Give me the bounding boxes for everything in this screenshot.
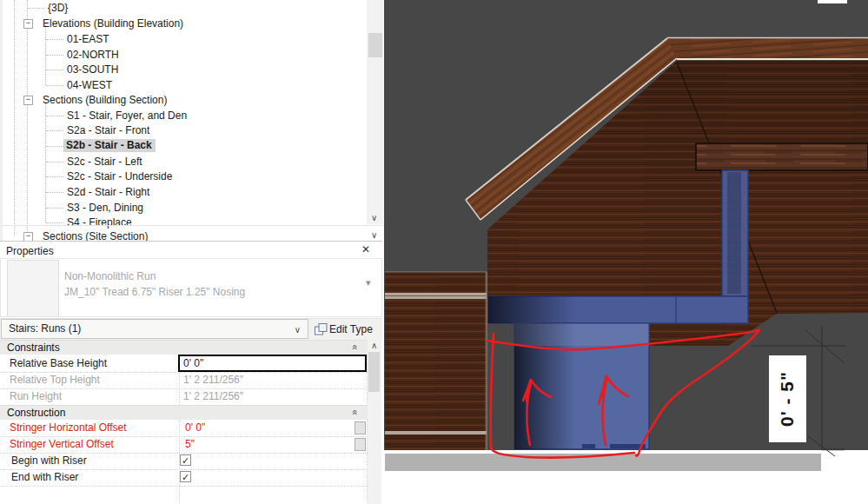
- collapse-section-icon[interactable]: «: [350, 344, 360, 349]
- checkbox-checked[interactable]: ✓: [180, 454, 191, 466]
- param-label: Stringer Horizontal Offset: [10, 421, 127, 434]
- browser-item-01-east[interactable]: 01-EAST: [67, 32, 109, 46]
- param-value[interactable]: 0' 0": [185, 421, 205, 434]
- tree-guide-line: [46, 192, 63, 193]
- wall-siding: [385, 272, 487, 450]
- browser-item-s1[interactable]: S1 - Stair, Foyer, and Den: [67, 109, 187, 123]
- properties-panel: Properties ✕ Non-Monolithic Run JM_10" T…: [0, 241, 382, 504]
- param-label: Stringer Vertical Offset: [10, 438, 114, 450]
- param-label: Begin with Riser: [11, 454, 87, 467]
- browser-item-02-north[interactable]: 02-NORTH: [67, 48, 119, 62]
- browser-item-04-west[interactable]: 04-WEST: [67, 78, 112, 92]
- param-label: Relative Base Height: [10, 357, 107, 369]
- scroll-up-icon[interactable]: ∧: [371, 342, 377, 350]
- grid-line: [0, 388, 368, 389]
- scroll-down-icon[interactable]: ∨: [371, 214, 377, 222]
- scrollbar-thumb[interactable]: [368, 33, 382, 57]
- param-value: 1' 2 211/256": [183, 390, 243, 402]
- browser-item-03-south[interactable]: 03-SOUTH: [67, 63, 118, 76]
- browser-item-sections-site[interactable]: Sections (Site Section): [43, 229, 148, 241]
- browser-item-elevations[interactable]: Elevations (Building Elevation): [43, 17, 183, 30]
- browser-item-3d[interactable]: {3D}: [48, 1, 68, 15]
- edit-type-label: Edit Type: [329, 323, 373, 335]
- tree-guide-line: [46, 146, 63, 147]
- tree-guide-line: [46, 162, 63, 162]
- edit-type-button[interactable]: Edit Type: [312, 320, 381, 339]
- browser-item-s3[interactable]: S3 - Den, Dining: [67, 201, 143, 215]
- tree-guide-line: [28, 8, 43, 9]
- type-name: Non-Monolithic Run: [64, 270, 156, 282]
- grid-line: [179, 372, 180, 405]
- wood-beam: [696, 143, 868, 170]
- tree-guide-line: [27, 0, 28, 233]
- browser-item-s4[interactable]: S4 - Fireplace: [67, 216, 132, 229]
- tree-guide-line: [14, 0, 15, 236]
- scrollbar-thumb[interactable]: [368, 352, 380, 392]
- checkbox-checked[interactable]: ✓: [180, 471, 191, 482]
- param-value-input[interactable]: 0' 0": [178, 355, 367, 372]
- collapse-toggle-icon[interactable]: −: [23, 19, 33, 29]
- grid-line: [0, 453, 368, 454]
- browser-item-s2c-underside[interactable]: S2c - Stair - Underside: [67, 169, 172, 183]
- edit-type-icon: [314, 322, 328, 340]
- revit-window: − − − {3D} Elevations (Building Elevatio…: [0, 0, 868, 504]
- browser-item-s2c-left[interactable]: S2c - Stair - Left: [67, 155, 142, 169]
- tree-guide-line: [46, 208, 63, 209]
- chevron-down-icon[interactable]: ▾: [366, 277, 371, 288]
- browser-item-s2b-selected[interactable]: S2b - Stair - Back: [63, 138, 156, 152]
- project-browser: − − − {3D} Elevations (Building Elevatio…: [0, 0, 385, 241]
- param-side-button[interactable]: [354, 438, 366, 451]
- type-description: JM_10" Tread 6.75" Riser 1.25" Nosing: [64, 286, 245, 298]
- tree-guide-line: [46, 116, 63, 116]
- scroll-down-icon[interactable]: ∨: [371, 231, 377, 240]
- section-header-constraints[interactable]: Constraints: [0, 340, 368, 355]
- 3d-view[interactable]: 0' - 5": [383, 0, 868, 504]
- 3d-view-canvas: 0' - 5": [383, 0, 868, 504]
- filter-label: Stairs: Runs (1): [9, 322, 81, 335]
- tree-guide-line: [46, 39, 63, 40]
- collapse-section-icon[interactable]: «: [350, 409, 360, 414]
- collapse-toggle-icon[interactable]: −: [23, 232, 33, 241]
- grid-line: [0, 372, 368, 373]
- grid-line: [0, 486, 368, 487]
- browser-item-s2a[interactable]: S2a - Stair - Front: [67, 123, 149, 137]
- divider: [3, 225, 385, 226]
- panel-title: Properties: [6, 245, 54, 257]
- browser-item-sections-building[interactable]: Sections (Building Section): [43, 93, 167, 107]
- grid-line: [179, 420, 180, 503]
- dimension-text: 0' - 5": [777, 371, 797, 427]
- section-header-construction[interactable]: Construction: [0, 405, 368, 420]
- grid-line: [0, 469, 368, 470]
- chevron-down-icon: ∨: [295, 326, 301, 335]
- param-label: End with Riser: [11, 471, 78, 483]
- tree-guide-line: [46, 85, 63, 86]
- param-side-button[interactable]: [354, 421, 366, 434]
- param-value[interactable]: 5": [185, 438, 195, 450]
- collapse-toggle-icon[interactable]: −: [23, 96, 33, 105]
- browser-item-s2d[interactable]: S2d - Stair - Right: [67, 185, 149, 199]
- grid-line: [0, 436, 368, 437]
- tree-guide-line: [46, 222, 63, 223]
- tree-guide-line: [46, 70, 63, 70]
- param-value: 1' 2 211/256": [183, 374, 243, 386]
- tree-guide-line: [46, 55, 63, 56]
- tree-guide-line: [46, 176, 63, 177]
- element-filter-combo[interactable]: Stairs: Runs (1) ∨: [1, 319, 308, 339]
- close-icon[interactable]: ✕: [361, 243, 370, 255]
- tree-guide-line: [46, 130, 63, 131]
- param-label: Run Height: [10, 390, 62, 402]
- param-label: Relative Top Height: [10, 374, 100, 386]
